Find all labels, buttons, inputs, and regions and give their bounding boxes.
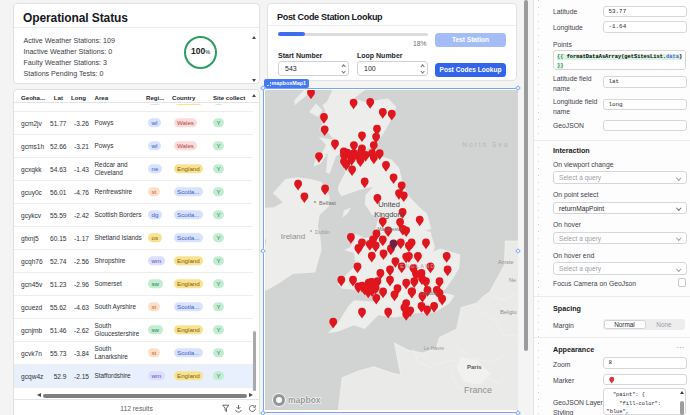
svg-text:United: United bbox=[378, 200, 400, 209]
svg-text:Manchester: Manchester bbox=[377, 227, 402, 232]
svg-text:Paris: Paris bbox=[467, 364, 482, 370]
svg-text:Ireland: Ireland bbox=[280, 232, 304, 241]
svg-text:Belfast: Belfast bbox=[319, 200, 336, 206]
svg-text:Kingdom: Kingdom bbox=[374, 210, 404, 219]
svg-text:Amste: Amste bbox=[498, 259, 514, 265]
svg-text:North Sea: North Sea bbox=[462, 141, 509, 148]
svg-text:ENGLAND: ENGLAND bbox=[400, 263, 436, 269]
svg-text:mapbox: mapbox bbox=[288, 395, 321, 405]
svg-text:France: France bbox=[463, 385, 491, 395]
svg-text:Belgiu: Belgiu bbox=[500, 309, 517, 315]
svg-text:London: London bbox=[420, 290, 437, 296]
svg-text:Le Havre: Le Havre bbox=[423, 345, 444, 351]
svg-text:Ne: Ne bbox=[509, 277, 516, 283]
svg-text:Dublin: Dublin bbox=[315, 229, 330, 235]
